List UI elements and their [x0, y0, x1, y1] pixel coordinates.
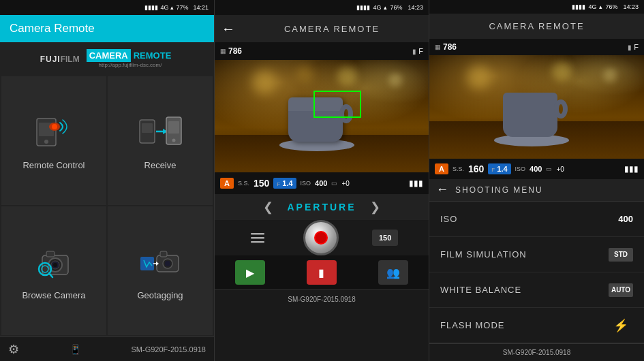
aperture-value: F 1.4 [273, 178, 296, 189]
cam-header-3: CAMERA REMOTE [429, 14, 644, 39]
menu-item-iso[interactable]: ISO 400 [429, 202, 644, 237]
aperture-next[interactable]: ❯ [370, 200, 380, 215]
panel1-footer: ⚙ 📱 SM-G920F-2015.0918 [0, 336, 214, 361]
brand-remote: REMOTE [131, 49, 174, 62]
brand-bar: FUJIFILM CAMERA REMOTE http://app.fujifi… [0, 42, 214, 75]
shooting-mode-badge: A [220, 178, 234, 189]
svg-rect-25 [251, 233, 264, 235]
aperture-number: 1.4 [282, 179, 292, 187]
svg-rect-9 [168, 121, 179, 134]
svg-point-2 [44, 140, 48, 144]
cam-header-title-3: CAMERA REMOTE [436, 21, 637, 31]
network-label-2: 4G [373, 4, 381, 11]
wb-value-badge: AUTO [609, 283, 633, 297]
exp-value: +0 [341, 180, 349, 187]
brand-url: http://app.fujifilm-dsc.com/ [99, 62, 162, 68]
time-label-3: 14:23 [623, 3, 639, 10]
battery-icon-3: ▮▮▮ [624, 164, 639, 174]
film-sim-value-badge: STD [609, 248, 633, 262]
ss-label: S.S. [238, 180, 249, 187]
device-label-2: SM-G920F-2015.0918 [288, 296, 356, 303]
controls-row: 150 [215, 220, 429, 255]
svg-point-4 [52, 124, 57, 129]
tile-geotagging[interactable]: Geotagging [108, 206, 213, 335]
wb-label: WHITE BALANCE [440, 285, 521, 295]
panel-main-menu: ▮▮▮▮ 4G ▴ 77% 14:21 Camera Remote FUJIFI… [0, 0, 215, 361]
shooting-menu-title: SHOOTING MENU [455, 185, 543, 195]
app-title: Camera Remote [10, 22, 95, 35]
status-bar-2: ▮▮▮▮ 4G ▴ 76% 14:23 [215, 0, 429, 15]
exp-label-3: ▭ [546, 166, 552, 172]
iso-button[interactable]: 150 [372, 230, 398, 246]
people-button[interactable]: 👥 [378, 260, 408, 285]
iso-menu-value: 400 [618, 214, 633, 224]
ss-value-3: 160 [468, 163, 484, 174]
device-label-1: SM-G920F-2015.0918 [132, 345, 206, 354]
film-sim-label: FILM SIMULATION [440, 249, 527, 260]
time-label-2: 14:23 [408, 4, 423, 11]
status-icons-1: ▮▮▮▮ 4G ▴ 77% 14:21 [144, 4, 209, 11]
shutter-inner [314, 231, 328, 245]
storage-indicator-3: ▮ F [628, 43, 639, 51]
cam-settings-bar: A S.S. 150 F 1.4 ISO 400 ▭ +0 ▮▮▮ [215, 172, 429, 194]
grid-menu: Remote Control Receive [0, 75, 214, 336]
browse-camera-icon [30, 241, 78, 282]
camera-remote-brand: CAMERA REMOTE http://app.fujifilm-dsc.co… [87, 49, 174, 68]
flash-icon: ⚡ [613, 318, 628, 333]
iso-label-3: ISO [515, 166, 526, 172]
ss-label-3: S.S. [453, 166, 464, 172]
tile-browse-camera-label: Browse Camera [22, 290, 85, 300]
flash-label: FLASH MODE [440, 320, 505, 330]
svg-rect-12 [46, 251, 55, 257]
play-button[interactable]: ▶ [235, 260, 265, 285]
cam-header: ← CAMERA REMOTE [215, 15, 429, 42]
menu-item-film-simulation[interactable]: FILM SIMULATION STD [429, 237, 644, 272]
network-icon-3: ▮▮▮▮ [572, 3, 585, 10]
ss-value: 150 [254, 178, 269, 189]
focus-box [313, 91, 361, 118]
aperture-label: APERTURE [287, 202, 356, 213]
tile-receive[interactable]: Receive [108, 76, 213, 205]
rec-button[interactable]: ▮ [307, 260, 337, 285]
cam-info-bar-3: ▦ 786 ▮ F [429, 39, 644, 55]
cup-body-3 [503, 93, 557, 137]
shots-count-3: 786 [443, 42, 457, 52]
cup-handle-3 [554, 99, 568, 119]
tile-geotagging-label: Geotagging [137, 290, 183, 300]
svg-point-15 [53, 263, 57, 267]
svg-point-22 [165, 261, 170, 266]
svg-point-10 [172, 138, 176, 142]
back-button[interactable]: ← [221, 21, 235, 37]
tile-receive-label: Receive [144, 160, 177, 170]
menu-item-white-balance[interactable]: WHITE BALANCE AUTO [429, 272, 644, 308]
wb-value: AUTO [611, 286, 630, 294]
tile-browse-camera[interactable]: Browse Camera [1, 206, 106, 335]
exp-label: ▭ [331, 180, 337, 187]
aperture-number-3: 1.4 [497, 165, 507, 173]
fujifilm-logo: FUJIFILM [40, 52, 80, 65]
battery-label-3: 76% [605, 3, 617, 10]
storage-indicator: ▮ F [412, 47, 423, 55]
shooting-back-button[interactable]: ← [436, 183, 448, 197]
signal-icon: ▴ [170, 4, 174, 11]
flash-value-icon: ⚡ [609, 319, 633, 332]
aperture-prev[interactable]: ❮ [263, 200, 273, 215]
receive-icon [136, 111, 184, 152]
settings-icon[interactable]: ⚙ [8, 342, 19, 357]
battery-label-2: 76% [390, 4, 402, 11]
battery-icon: ▮▮▮ [409, 178, 423, 188]
iso-value: 400 [315, 179, 327, 187]
cam-settings-bar-3: A S.S. 160 F 1.4 ISO 400 ▭ +0 ▮▮▮ [429, 159, 644, 179]
svg-rect-26 [251, 237, 264, 239]
battery-label-1: 77% [176, 4, 188, 11]
device-label-3: SM-G920F-2015.0918 [503, 349, 571, 356]
film-sim-value: STD [614, 251, 628, 258]
menu-item-flash-mode[interactable]: FLASH MODE ⚡ [429, 308, 644, 343]
tile-remote-control[interactable]: Remote Control [1, 76, 106, 205]
shutter-button[interactable] [303, 220, 339, 255]
storage-label-3: F [634, 43, 639, 51]
menu-list-button[interactable] [245, 225, 270, 250]
viewfinder[interactable] [215, 60, 429, 172]
shots-remaining: ▦ 786 [220, 46, 242, 56]
cam-header-title: CAMERA REMOTE [242, 24, 422, 34]
